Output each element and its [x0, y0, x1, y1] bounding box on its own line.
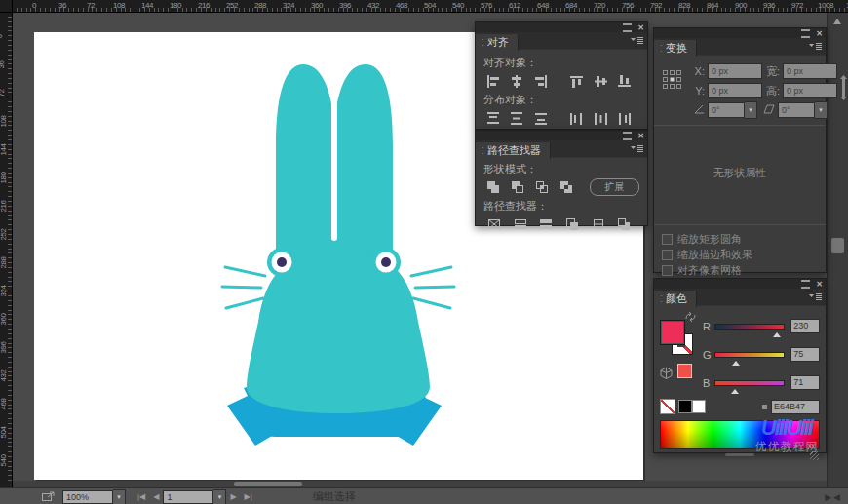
collapse-panel-icon[interactable]	[801, 29, 810, 38]
red-value-field[interactable]: 230	[790, 319, 820, 333]
panel-grip[interactable]	[725, 453, 754, 456]
horizontal-distribute-left-icon[interactable]	[567, 109, 587, 127]
first-artboard-icon[interactable]: |◀	[137, 492, 145, 501]
scroll-up-arrow-icon[interactable]	[833, 15, 841, 24]
x-field[interactable]: 0 px	[708, 63, 762, 79]
none-swatch[interactable]	[660, 399, 675, 414]
rotate-dropdown[interactable]: ▼	[745, 101, 757, 119]
intersect-icon[interactable]	[532, 178, 552, 196]
previous-artboard-icon[interactable]: ◀	[153, 492, 159, 501]
checkbox-icon[interactable]	[662, 265, 673, 276]
minus-back-icon[interactable]	[613, 215, 635, 233]
vertical-distribute-bottom-icon[interactable]	[531, 109, 551, 127]
close-icon[interactable]: ✕	[637, 133, 644, 140]
horizontal-scroll-thumb[interactable]	[234, 482, 302, 486]
unite-icon[interactable]	[483, 178, 503, 196]
panel-menu-icon[interactable]	[809, 292, 822, 301]
vertical-align-top-icon[interactable]	[567, 72, 587, 90]
slider-thumb[interactable]	[732, 357, 740, 366]
vertical-distribute-center-icon[interactable]	[508, 109, 527, 127]
close-icon[interactable]: ✕	[816, 30, 823, 38]
out-of-gamut-cube-icon[interactable]	[660, 367, 673, 379]
swap-fill-stroke-icon[interactable]	[685, 312, 696, 322]
launch-bridge-icon[interactable]	[41, 491, 55, 502]
status-text: 编组选择	[313, 489, 356, 504]
artboard-dropdown-icon[interactable]: ▼	[213, 489, 226, 504]
rabbit-left-eye[interactable]	[267, 248, 296, 277]
shear-dropdown[interactable]: ▼	[815, 101, 828, 119]
panel-menu-icon[interactable]	[809, 42, 822, 51]
tab-transform[interactable]: 变换	[654, 40, 697, 57]
rotate-field[interactable]: 0°	[708, 102, 745, 118]
last-color-swatch[interactable]	[677, 364, 692, 378]
artboard-number-field[interactable]: 1	[163, 490, 213, 504]
y-field[interactable]: 0 px	[708, 83, 762, 98]
vertical-distribute-top-icon[interactable]	[483, 109, 503, 127]
last-artboard-icon[interactable]: ▶|	[245, 492, 252, 501]
horizontal-scrollbar[interactable]	[12, 481, 827, 487]
checkbox-scale-corners[interactable]: 缩放矩形圆角	[662, 231, 818, 247]
green-value-field[interactable]: 75	[790, 347, 820, 362]
rabbit-right-eye[interactable]	[371, 248, 401, 277]
fill-swatch[interactable]	[660, 320, 685, 345]
exclude-icon[interactable]	[557, 178, 576, 196]
panel-title-strip: ✕	[654, 279, 826, 289]
tab-align[interactable]: 对齐	[476, 34, 519, 51]
green-slider[interactable]	[714, 352, 785, 358]
panel-menu-icon[interactable]	[631, 36, 643, 45]
zoom-dropdown-icon[interactable]: ▼	[113, 489, 126, 504]
close-icon[interactable]: ✕	[816, 281, 823, 289]
horizontal-align-left-icon[interactable]	[483, 72, 503, 90]
vertical-align-center-icon[interactable]	[592, 72, 611, 90]
next-artboard-icon[interactable]: ▶	[230, 492, 236, 501]
shear-field[interactable]: 0°	[778, 102, 815, 118]
width-field[interactable]: 0 px	[783, 63, 837, 79]
reference-point-icon[interactable]	[662, 69, 683, 91]
expand-button[interactable]: 扩展	[590, 178, 639, 196]
constrain-proportions-icon[interactable]	[839, 75, 848, 100]
ruler-number: 864	[707, 1, 718, 10]
hex-value-field[interactable]: E64B47	[771, 400, 820, 414]
panel-menu-icon[interactable]	[631, 144, 643, 153]
blue-value-field[interactable]: 71	[790, 375, 820, 390]
collapse-panel-icon[interactable]	[623, 132, 632, 140]
horizontal-distribute-right-icon[interactable]	[615, 109, 635, 127]
ruler-number: 288	[0, 257, 8, 269]
ruler-origin-box[interactable]	[0, 0, 13, 13]
tab-pathfinder[interactable]: 路径查找器	[476, 142, 551, 159]
ruler-number: 504	[424, 1, 436, 10]
statusbar-scroll-arrows-icon[interactable]: ▶◀	[825, 492, 842, 502]
vertical-scroll-thumb[interactable]	[831, 238, 844, 253]
outline-icon[interactable]	[588, 215, 609, 233]
divide-icon[interactable]	[483, 215, 505, 233]
panel-resize-handle[interactable]	[810, 451, 819, 460]
red-slider[interactable]	[714, 324, 785, 330]
collapse-panel-icon[interactable]	[801, 280, 810, 289]
horizontal-distribute-center-icon[interactable]	[592, 109, 611, 127]
merge-icon[interactable]	[535, 215, 557, 233]
trim-icon[interactable]	[510, 215, 531, 233]
height-field[interactable]: 0 px	[783, 83, 837, 98]
channel-label: R	[703, 321, 713, 332]
tab-color[interactable]: 颜色	[654, 291, 697, 307]
checkbox-icon[interactable]	[662, 250, 673, 260]
minus-front-icon[interactable]	[508, 178, 527, 196]
vertical-align-bottom-icon[interactable]	[615, 72, 635, 90]
ruler-number: 36	[58, 1, 66, 10]
crop-icon[interactable]	[561, 215, 583, 233]
horizontal-ruler[interactable]: 0367210814418021625228832436039643246850…	[12, 0, 848, 13]
close-icon[interactable]: ✕	[637, 24, 644, 32]
zoom-level-field[interactable]: 100%	[62, 490, 113, 504]
checkbox-align-pixel-grid[interactable]: 对齐像素网格	[662, 262, 818, 278]
ruler-number: 108	[0, 116, 8, 128]
slider-thumb[interactable]	[731, 385, 739, 394]
collapse-panel-icon[interactable]	[623, 23, 632, 32]
slider-thumb[interactable]	[773, 329, 781, 337]
vertical-ruler[interactable]: 0367210814418021625228832436039643246850…	[0, 12, 13, 487]
blue-slider[interactable]	[714, 380, 785, 386]
checkbox-scale-strokes[interactable]: 缩放描边和效果	[662, 247, 818, 262]
horizontal-align-center-icon[interactable]	[508, 72, 527, 90]
checkbox-icon[interactable]	[662, 234, 673, 245]
horizontal-align-right-icon[interactable]	[531, 72, 551, 90]
hex-swatch-dot	[762, 405, 767, 409]
